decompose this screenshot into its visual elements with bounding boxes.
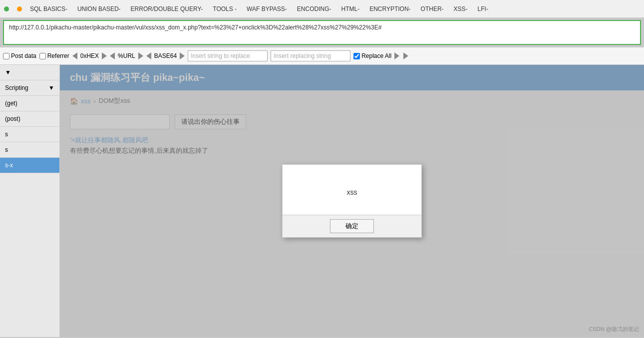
- sidebar-scripting-label: Scripting: [5, 84, 28, 91]
- url-arrow-right-icon: [138, 52, 143, 59]
- replace-string-input[interactable]: [188, 50, 268, 61]
- toolbar-row: Post data Referrer 0xHEX %URL BASE64 Rep…: [0, 47, 644, 65]
- replace-all-label[interactable]: Replace All: [353, 52, 391, 59]
- page-content: chu 漏洞练习平台 pika~pika~ 🏠 xss › DOM型xss 请说…: [60, 65, 644, 337]
- alert-message: xss: [347, 188, 357, 196]
- sidebar-get-label: (get): [5, 100, 17, 107]
- url-arrow-left-icon: [110, 52, 115, 59]
- alert-overlay: xss 确定: [60, 65, 644, 337]
- sidebar-sx-label: s-x: [5, 162, 13, 169]
- menu-bar: SQL BASICS- UNION BASED- ERROR/DOUBLE QU…: [0, 0, 644, 18]
- menu-encoding[interactable]: ENCODING-: [295, 4, 333, 13]
- menu-tools[interactable]: TOOLS -: [211, 4, 239, 13]
- menu-html[interactable]: HTML-: [339, 4, 361, 13]
- base64-arrow-right-icon: [180, 52, 185, 59]
- sidebar-s2-label: s: [5, 146, 8, 153]
- hex-arrow-right-icon: [102, 52, 107, 59]
- menu-sql-basics[interactable]: SQL BASICS-: [28, 4, 69, 13]
- alert-footer: 确定: [283, 215, 421, 237]
- replace-all-checkbox[interactable]: [353, 53, 360, 59]
- base64-arrow-left-icon: [146, 52, 151, 59]
- sidebar-active-indicator: [56, 160, 60, 170]
- sidebar-item-s[interactable]: s: [0, 127, 59, 142]
- url-bar[interactable]: http://127.0.0.1/pikachu-master/pikachu-…: [3, 20, 641, 45]
- base64-label: BASE64: [154, 52, 177, 59]
- referrer-checkbox[interactable]: [39, 53, 46, 59]
- menu-union-based[interactable]: UNION BASED-: [75, 4, 123, 13]
- replace-arrow-right2-icon: [403, 52, 408, 59]
- alert-dialog: xss 确定: [282, 164, 422, 238]
- referrer-label: Referrer: [47, 52, 69, 59]
- replacing-string-input[interactable]: [271, 50, 350, 61]
- menu-lfi[interactable]: LFI-: [476, 4, 490, 13]
- sidebar-post-label: (post): [5, 115, 20, 122]
- post-data-checkbox[interactable]: [3, 53, 9, 59]
- menu-waf-bypass[interactable]: WAF BYPASS-: [245, 4, 289, 13]
- sidebar-item-post[interactable]: (post): [0, 111, 59, 127]
- menu-error-double[interactable]: ERROR/DOUBLE QUERY-: [129, 4, 205, 13]
- sidebar-chevron[interactable]: ▼: [0, 65, 59, 80]
- alert-body: xss: [283, 165, 421, 215]
- sidebar-s-label: s: [5, 131, 8, 138]
- menu-other[interactable]: OTHER-: [419, 4, 446, 13]
- menu-encryption[interactable]: ENCRYPTION-: [367, 4, 412, 13]
- sidebar: ▼ Scripting ▼ (get) (post) s s s-x: [0, 65, 60, 337]
- replace-arrow-right-icon: [394, 52, 399, 59]
- referrer-checkbox-label[interactable]: Referrer: [39, 52, 69, 59]
- chevron-down-icon: ▼: [5, 69, 11, 76]
- menu-xss[interactable]: XSS-: [452, 4, 470, 13]
- hex-arrow-left-icon: [72, 52, 77, 59]
- dot-orange-icon: [17, 6, 22, 11]
- sidebar-item-get[interactable]: (get): [0, 96, 59, 111]
- sidebar-item-s2[interactable]: s: [0, 142, 59, 158]
- sidebar-scripting-chevron-icon: ▼: [48, 84, 54, 91]
- sidebar-item-scripting[interactable]: Scripting ▼: [0, 80, 59, 96]
- post-data-checkbox-label[interactable]: Post data: [3, 52, 36, 59]
- main-area: ▼ Scripting ▼ (get) (post) s s s-x chu 漏…: [0, 65, 644, 337]
- watermark: CSDN @随弌的笔记: [589, 326, 639, 333]
- sidebar-item-sx[interactable]: s-x: [0, 158, 59, 173]
- dot-green-icon: [4, 6, 9, 11]
- hex-label: 0xHEX: [80, 52, 99, 59]
- post-data-label: Post data: [11, 52, 36, 59]
- alert-ok-button[interactable]: 确定: [330, 219, 374, 233]
- url-label: %URL: [118, 52, 135, 59]
